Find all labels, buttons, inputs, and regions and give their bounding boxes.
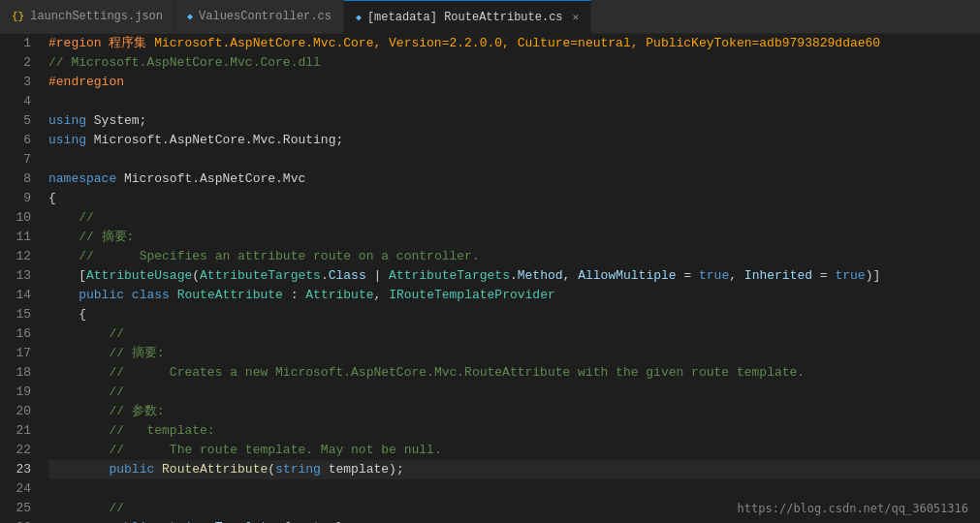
- ln-1: 1: [0, 34, 41, 53]
- tab-values-controller[interactable]: ◆ ValuesController.cs: [175, 0, 344, 34]
- line-numbers: 1 2 3 4 5 6 7 8 9 10 11 12 13 14 15 16 1…: [0, 34, 41, 523]
- code-line-2: // Microsoft.AspNetCore.Mvc.Core.dll: [48, 53, 980, 73]
- code-line-10: //: [48, 208, 980, 228]
- tab-route-attribute[interactable]: ◆ [metadata] RouteAttribute.cs ✕: [344, 0, 591, 34]
- code-line-16: //: [48, 324, 980, 344]
- ln-2: 2: [0, 53, 41, 73]
- ln-20: 20: [0, 402, 41, 421]
- ln-19: 19: [0, 383, 41, 402]
- code-line-17: // 摘要:: [48, 344, 980, 363]
- ln-3: 3: [0, 73, 41, 92]
- watermark: https://blog.csdn.net/qq_36051316: [738, 502, 968, 515]
- tab-close-icon[interactable]: ✕: [573, 11, 580, 23]
- ln-24: 24: [0, 479, 41, 499]
- code-line-26: public string Template { get; }: [48, 518, 980, 523]
- ln-10: 10: [0, 208, 41, 228]
- code-line-15: {: [48, 305, 980, 324]
- code-line-4: [48, 92, 980, 111]
- code-line-24: [48, 479, 980, 499]
- code-line-1: #region 程序集 Microsoft.AspNetCore.Mvc.Cor…: [48, 34, 980, 53]
- ln-7: 7: [0, 150, 41, 169]
- code-line-3: #endregion: [48, 73, 980, 92]
- ln-8: 8: [0, 169, 41, 189]
- ln-5: 5: [0, 111, 41, 131]
- tab-bar: {} launchSettings.json ◆ ValuesControlle…: [0, 0, 980, 34]
- ln-4: 4: [0, 92, 41, 111]
- tab-launch-icon: {}: [12, 11, 24, 22]
- tab-launch-label: launchSettings.json: [30, 10, 163, 23]
- tab-values-label: ValuesController.cs: [199, 10, 332, 23]
- ln-15: 15: [0, 305, 41, 324]
- code-line-11: // 摘要:: [48, 228, 980, 247]
- ln-9: 9: [0, 189, 41, 208]
- code-line-18: // Creates a new Microsoft.AspNetCore.Mv…: [48, 363, 980, 383]
- code-content: #region 程序集 Microsoft.AspNetCore.Mvc.Cor…: [41, 34, 980, 523]
- code-line-6: using Microsoft.AspNetCore.Mvc.Routing;: [48, 131, 980, 150]
- code-line-5: using System;: [48, 111, 980, 131]
- code-line-9: {: [48, 189, 980, 208]
- ln-18: 18: [0, 363, 41, 383]
- code-wrapper: #region 程序集 Microsoft.AspNetCore.Mvc.Cor…: [41, 34, 980, 523]
- code-area: 1 2 3 4 5 6 7 8 9 10 11 12 13 14 15 16 1…: [0, 34, 980, 523]
- ln-23: 23: [0, 460, 41, 479]
- code-line-7: [48, 150, 980, 169]
- code-line-20: // 参数:: [48, 402, 980, 421]
- ln-13: 13: [0, 266, 41, 286]
- tab-values-icon: ◆: [187, 11, 193, 22]
- ln-17: 17: [0, 344, 41, 363]
- code-line-21: // template:: [48, 421, 980, 441]
- ln-25: 25: [0, 499, 41, 518]
- ln-11: 11: [0, 228, 41, 247]
- code-line-13: [AttributeUsage(AttributeTargets.Class |…: [48, 266, 980, 286]
- code-line-12: // Specifies an attribute route on a con…: [48, 247, 980, 266]
- ln-21: 21: [0, 421, 41, 441]
- code-line-19: //: [48, 383, 980, 402]
- tab-route-icon: ◆: [356, 12, 362, 23]
- code-line-22: // The route template. May not be null.: [48, 441, 980, 460]
- ln-6: 6: [0, 131, 41, 150]
- tab-route-label: [metadata] RouteAttribute.cs: [367, 11, 563, 24]
- ln-22: 22: [0, 441, 41, 460]
- ln-12: 12: [0, 247, 41, 266]
- ln-14: 14: [0, 286, 41, 305]
- tab-launch-settings[interactable]: {} launchSettings.json: [0, 0, 175, 34]
- ln-16: 16: [0, 324, 41, 344]
- code-line-8: namespace Microsoft.AspNetCore.Mvc: [48, 169, 980, 189]
- code-line-14: public class RouteAttribute : Attribute,…: [48, 286, 980, 305]
- code-line-23: public RouteAttribute(string template);: [48, 460, 980, 479]
- ln-26: 26: [0, 518, 41, 523]
